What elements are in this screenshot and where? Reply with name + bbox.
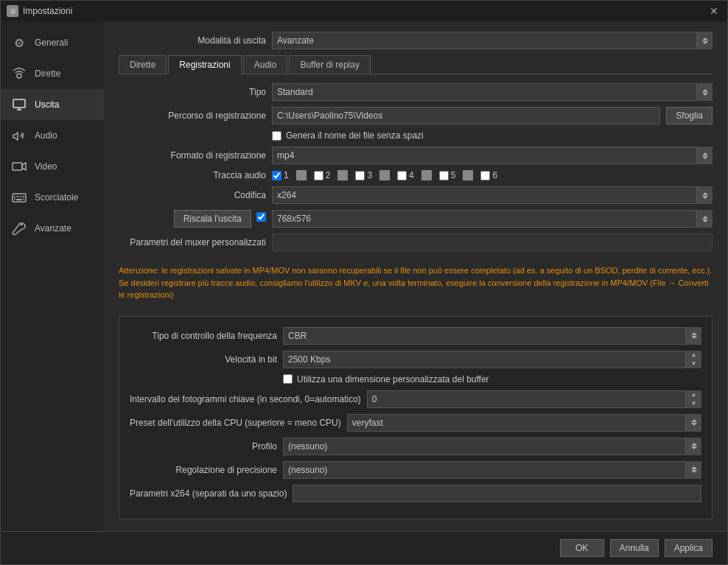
formato-label: Formato di registrazione: [119, 150, 266, 161]
sidebar-item-audio[interactable]: Audio: [1, 120, 104, 151]
track-1: 1: [272, 170, 289, 180]
tipo-controllo-row: Tipo di controllo della frequenza CBR VB…: [130, 327, 701, 345]
velocita-label: Velocità in bit: [130, 354, 277, 365]
traccia-label: Traccia audio: [119, 170, 266, 180]
titlebar: ⚙ Impostazioni ✕: [1, 1, 727, 21]
percorso-input[interactable]: C:\Users\Paolino75\Videos: [272, 107, 660, 124]
genera-row: Genera il nome dei file senza spazi: [272, 130, 713, 141]
close-button[interactable]: ✕: [707, 5, 721, 17]
tipo-select[interactable]: Standard: [272, 83, 713, 101]
output-mode-select[interactable]: Semplice Avanzate: [272, 32, 713, 49]
formato-select[interactable]: mp4 mkv mov: [272, 147, 713, 164]
track-1-checkbox[interactable]: [272, 171, 281, 180]
riscala-select[interactable]: 768x576: [272, 210, 713, 228]
riscala-button[interactable]: Riscala l'uscita: [174, 210, 251, 228]
app-icon: ⚙: [7, 5, 18, 17]
codifica-select[interactable]: x264: [272, 186, 713, 204]
velocita-spin-down[interactable]: ▼: [686, 359, 701, 368]
genera-checkbox[interactable]: [272, 131, 281, 141]
track-4-checkbox[interactable]: [397, 171, 407, 180]
titlebar-left: ⚙ Impostazioni: [7, 5, 72, 17]
x264-params-label: Parametri x264 (separati da uno spazio): [130, 488, 287, 499]
gear-icon: ⚙: [11, 35, 27, 51]
track-3-checkbox[interactable]: [355, 171, 365, 180]
sidebar-label-avanzate: Avanzate: [35, 223, 71, 234]
codifica-label: Codifica: [119, 190, 266, 200]
content-area: ⚙ Generali Dirette: [1, 21, 727, 531]
velocita-input[interactable]: [283, 351, 701, 368]
intervallo-input[interactable]: [367, 390, 701, 408]
velocita-spin: ▲ ▼: [685, 351, 701, 368]
tab-registrazioni[interactable]: Registrazioni: [168, 55, 241, 74]
muxer-input[interactable]: [272, 234, 713, 251]
preset-select[interactable]: ultrafast superfast veryfast faster fast…: [347, 414, 701, 432]
sfoglia-button[interactable]: Sfoglia: [666, 107, 713, 124]
intervallo-input-container: ▲ ▼: [367, 390, 701, 408]
audio-tracks: 1 2 3 4: [272, 170, 713, 180]
svg-rect-1: [13, 99, 25, 108]
svg-rect-4: [13, 163, 22, 170]
profilo-select[interactable]: (nessuno) baseline main high: [283, 438, 701, 455]
applica-button[interactable]: Applica: [665, 539, 713, 557]
velocita-spin-up[interactable]: ▲: [686, 351, 701, 359]
track-3-label: 3: [367, 170, 372, 180]
video-icon: [11, 158, 27, 175]
advanced-section: Tipo di controllo della frequenza CBR VB…: [119, 316, 713, 519]
intervallo-spin-up[interactable]: ▲: [686, 390, 701, 399]
track-4-color: [421, 170, 432, 180]
annulla-button[interactable]: Annulla: [610, 539, 659, 557]
buffer-custom-checkbox[interactable]: [283, 374, 293, 384]
intervallo-label: Intervallo dei fotogrammi chiave (in sec…: [130, 394, 361, 404]
percorso-label: Percorso di registrazione: [119, 110, 266, 121]
buffer-custom-row: Utilizza una dimensione personalizzata d…: [283, 374, 701, 385]
tab-audio[interactable]: Audio: [243, 55, 288, 74]
riscala-select-container: 768x576: [272, 210, 713, 228]
track-2-label: 2: [326, 170, 331, 180]
x264-params-input[interactable]: [293, 485, 701, 502]
footer: OK Annulla Applica: [1, 531, 727, 564]
sidebar-item-dirette[interactable]: Dirette: [1, 58, 104, 89]
sidebar-label-scorciatoie: Scorciatoie: [35, 192, 78, 203]
formato-row: Formato di registrazione mp4 mkv mov: [119, 147, 713, 164]
sidebar-item-scorciatoie[interactable]: Scorciatoie: [1, 182, 104, 213]
tab-buffer[interactable]: Buffer di replay: [289, 55, 371, 74]
track-5-label: 5: [451, 170, 456, 180]
track-2: 2: [314, 170, 331, 180]
intervallo-row: Intervallo dei fotogrammi chiave (in sec…: [130, 390, 701, 408]
track-6-checkbox[interactable]: [480, 171, 490, 180]
sidebar-item-uscita[interactable]: Uscita: [1, 89, 104, 120]
track-2-color: [337, 170, 348, 180]
regolazione-select[interactable]: (nessuno) film animation grain: [283, 461, 701, 479]
sidebar-item-video[interactable]: Video: [1, 151, 104, 182]
percorso-row: Percorso di registrazione C:\Users\Paoli…: [119, 107, 713, 124]
tab-dirette[interactable]: Dirette: [119, 55, 167, 74]
intervallo-spin-down[interactable]: ▼: [686, 399, 701, 408]
tipo-controllo-label: Tipo di controllo della frequenza: [130, 331, 277, 341]
sidebar-item-generali[interactable]: ⚙ Generali: [1, 27, 104, 58]
riscala-label-container: Riscala l'uscita: [119, 210, 266, 228]
muxer-row: Parametri del muxer personalizzati: [119, 234, 713, 251]
track-5-checkbox[interactable]: [439, 171, 449, 180]
riscala-row: Riscala l'uscita 768x576: [119, 210, 713, 228]
buffer-custom-label: Utilizza una dimensione personalizzata d…: [297, 374, 489, 385]
tipo-row: Tipo Standard: [119, 83, 713, 101]
tipo-controllo-select[interactable]: CBR VBR ABR: [283, 327, 701, 345]
track-6: 6: [480, 170, 497, 180]
intervallo-spin: ▲ ▼: [685, 390, 701, 408]
track-4-label: 4: [409, 170, 414, 180]
preset-container: ultrafast superfast veryfast faster fast…: [347, 414, 701, 432]
ok-button[interactable]: OK: [560, 539, 604, 557]
svg-point-14: [21, 224, 23, 226]
window-title: Impostazioni: [23, 6, 72, 16]
tipo-controllo-container: CBR VBR ABR: [283, 327, 701, 345]
warning-text: Attenzione: le registrazioni salvate in …: [119, 266, 712, 299]
track-1-label: 1: [284, 170, 289, 180]
warning-box: Attenzione: le registrazioni salvate in …: [119, 257, 713, 309]
track-3-color: [379, 170, 390, 180]
sidebar-label-video: Video: [35, 161, 57, 172]
track-2-checkbox[interactable]: [314, 171, 323, 180]
sidebar-label-generali: Generali: [35, 38, 68, 48]
sidebar-item-avanzate[interactable]: Avanzate: [1, 213, 104, 244]
x264-params-row: Parametri x264 (separati da uno spazio): [130, 485, 701, 502]
riscala-checkbox[interactable]: [256, 212, 266, 222]
